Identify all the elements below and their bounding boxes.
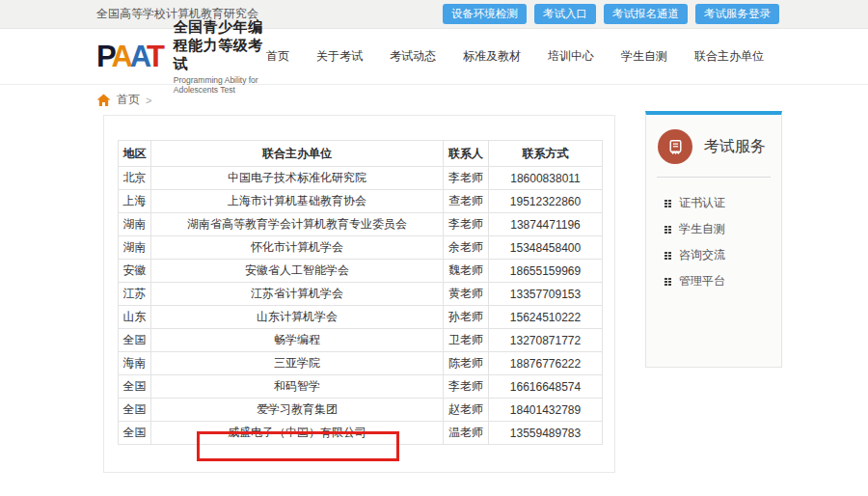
exam-service-label: 学生自测 bbox=[679, 221, 725, 237]
logo-letter: A bbox=[111, 40, 129, 73]
region-cell: 山东 bbox=[119, 306, 151, 329]
org-cell: 山东计算机学会 bbox=[151, 306, 444, 329]
certificate-icon bbox=[658, 129, 692, 164]
table-row: 安徽 安徽省人工智能学会 魏老师 18655159969 bbox=[119, 260, 603, 283]
org-cell: 湖南省高等教育学会计算机教育专业委员会 bbox=[151, 213, 444, 236]
contact-cell: 赵老师 bbox=[444, 399, 489, 422]
topbar-button[interactable]: 设备环境检测 bbox=[443, 4, 527, 25]
org-cell: 江苏省计算机学会 bbox=[151, 283, 444, 306]
exam-service-item[interactable]: 学生自测 bbox=[665, 216, 781, 242]
table-row: 湖南 湖南省高等教育学会计算机教育专业委员会 李老师 13874471196 bbox=[119, 213, 603, 236]
home-icon[interactable] bbox=[96, 94, 111, 107]
exam-services-header: 考试服务 bbox=[646, 115, 781, 177]
contact-cell: 魏老师 bbox=[444, 260, 489, 283]
contact-cell: 孙老师 bbox=[444, 306, 489, 329]
nav-item[interactable]: 联合主办单位 bbox=[694, 48, 764, 65]
org-cell: 怀化市计算机学会 bbox=[151, 236, 444, 260]
region-cell: 海南 bbox=[119, 352, 151, 375]
site-header: PAAT 全国青少年编程能力等级考试 Programming Ability f… bbox=[0, 29, 868, 85]
org-cell: 爱学习教育集团 bbox=[151, 399, 444, 422]
table-row: 北京 中国电子技术标准化研究院 李老师 18600838011 bbox=[119, 167, 603, 190]
exam-service-item[interactable]: 咨询交流 bbox=[665, 242, 781, 268]
column-header: 联系人 bbox=[444, 141, 489, 167]
phone-cell: 13559489783 bbox=[489, 422, 603, 445]
exam-services-title: 考试服务 bbox=[704, 137, 766, 157]
nav-item[interactable]: 关于考试 bbox=[316, 48, 363, 65]
table-body: 北京 中国电子技术标准化研究院 李老师 18600838011 上海 上海市计算… bbox=[119, 167, 603, 445]
phone-cell: 18600838011 bbox=[489, 167, 603, 190]
phone-cell: 18401432789 bbox=[489, 399, 603, 422]
grid-icon bbox=[665, 200, 671, 207]
region-cell: 全国 bbox=[119, 422, 151, 445]
table-row: 山东 山东计算机学会 孙老师 15624510222 bbox=[119, 306, 603, 329]
org-cell: 三亚学院 bbox=[151, 352, 444, 375]
region-cell: 上海 bbox=[119, 190, 151, 213]
topbar-button[interactable]: 考试服务登录 bbox=[695, 4, 779, 25]
contact-cell: 查老师 bbox=[444, 190, 489, 213]
table-row: 全国 威盛电子（中国）有限公司 温老师 13559489783 bbox=[119, 422, 603, 445]
topbar-button[interactable]: 考试入口 bbox=[534, 4, 596, 25]
phone-cell: 18655159969 bbox=[489, 260, 603, 283]
exam-service-item[interactable]: 证书认证 bbox=[665, 190, 781, 216]
partners-table: 地区联合主办单位联系人联系方式 北京 中国电子技术标准化研究院 李老师 1860… bbox=[118, 140, 603, 445]
site-subtitle: Programming Ability for Adolescents Test bbox=[174, 75, 266, 95]
table-row: 江苏 江苏省计算机学会 黄老师 13357709153 bbox=[119, 283, 603, 306]
exam-service-item[interactable]: 管理平台 bbox=[665, 268, 781, 294]
column-header: 联系方式 bbox=[489, 141, 603, 167]
paat-logo: PAAT 全国青少年编程能力等级考试 Programming Ability f… bbox=[96, 18, 266, 95]
grid-icon bbox=[665, 226, 671, 234]
topbar-button[interactable]: 考试报名通道 bbox=[604, 4, 688, 25]
table-row: 全国 爱学习教育集团 赵老师 18401432789 bbox=[119, 399, 603, 422]
contact-cell: 李老师 bbox=[444, 213, 489, 236]
grid-icon bbox=[665, 278, 671, 286]
column-header: 地区 bbox=[119, 141, 151, 167]
exam-services-list: 证书认证 学生自测 咨询交流 管理平台 bbox=[646, 178, 781, 294]
org-cell: 畅学编程 bbox=[151, 329, 444, 352]
contact-cell: 温老师 bbox=[444, 422, 489, 445]
contact-cell: 余老师 bbox=[444, 236, 489, 260]
exam-service-label: 管理平台 bbox=[679, 273, 725, 289]
contact-cell: 李老师 bbox=[444, 167, 489, 190]
logo-letter: T bbox=[147, 40, 162, 73]
phone-cell: 16616648574 bbox=[489, 375, 603, 399]
region-cell: 湖南 bbox=[119, 213, 151, 236]
org-cell: 上海市计算机基础教育协会 bbox=[151, 190, 444, 213]
column-header: 联合主办单位 bbox=[151, 141, 444, 167]
contact-cell: 黄老师 bbox=[444, 283, 489, 306]
table-row: 海南 三亚学院 陈老师 18876776222 bbox=[119, 352, 603, 375]
logo-letter: A bbox=[130, 40, 147, 73]
main-nav: 首页 关于考试 考试动态 标准及教材 培训中心 学生自测 联合主办单位 bbox=[266, 48, 764, 65]
region-cell: 北京 bbox=[119, 167, 151, 190]
exam-service-label: 咨询交流 bbox=[679, 247, 725, 263]
exam-service-label: 证书认证 bbox=[679, 195, 725, 211]
nav-item[interactable]: 考试动态 bbox=[390, 48, 436, 65]
logo-text: 全国青少年编程能力等级考试 Programming Ability for Ad… bbox=[174, 18, 266, 95]
region-cell: 江苏 bbox=[119, 283, 151, 306]
region-cell: 全国 bbox=[119, 329, 151, 352]
topbar-buttons: 设备环境检测 考试入口 考试报名通道 考试服务登录 bbox=[443, 4, 779, 25]
phone-cell: 13874471196 bbox=[489, 213, 603, 236]
table-row: 全国 和码智学 李老师 16616648574 bbox=[119, 375, 603, 399]
breadcrumb-home[interactable]: 首页 bbox=[117, 92, 140, 108]
region-cell: 全国 bbox=[119, 399, 151, 422]
nav-item[interactable]: 培训中心 bbox=[548, 48, 594, 65]
table-header-row: 地区联合主办单位联系人联系方式 bbox=[119, 141, 603, 167]
phone-cell: 19512322860 bbox=[489, 190, 603, 213]
phone-cell: 15348458400 bbox=[489, 236, 603, 260]
nav-item[interactable]: 首页 bbox=[266, 48, 289, 65]
exam-services-panel: 考试服务 证书认证 学生自测 咨询交流 bbox=[645, 111, 782, 368]
phone-cell: 15624510222 bbox=[489, 306, 603, 329]
site-title: 全国青少年编程能力等级考试 bbox=[174, 18, 266, 73]
org-cell: 安徽省人工智能学会 bbox=[151, 260, 444, 283]
table-row: 上海 上海市计算机基础教育协会 查老师 19512322860 bbox=[119, 190, 603, 213]
phone-cell: 18876776222 bbox=[489, 352, 603, 375]
table-row: 全国 畅学编程 卫老师 13270871772 bbox=[119, 329, 603, 352]
table-row: 湖南 怀化市计算机学会 余老师 15348458400 bbox=[119, 236, 603, 260]
region-cell: 安徽 bbox=[119, 260, 151, 283]
nav-item[interactable]: 标准及教材 bbox=[463, 48, 521, 65]
org-cell: 中国电子技术标准化研究院 bbox=[151, 167, 444, 190]
org-cell: 和码智学 bbox=[151, 375, 444, 399]
logo-letter: P bbox=[96, 40, 111, 73]
nav-item[interactable]: 学生自测 bbox=[621, 48, 667, 65]
contact-cell: 李老师 bbox=[444, 375, 489, 399]
